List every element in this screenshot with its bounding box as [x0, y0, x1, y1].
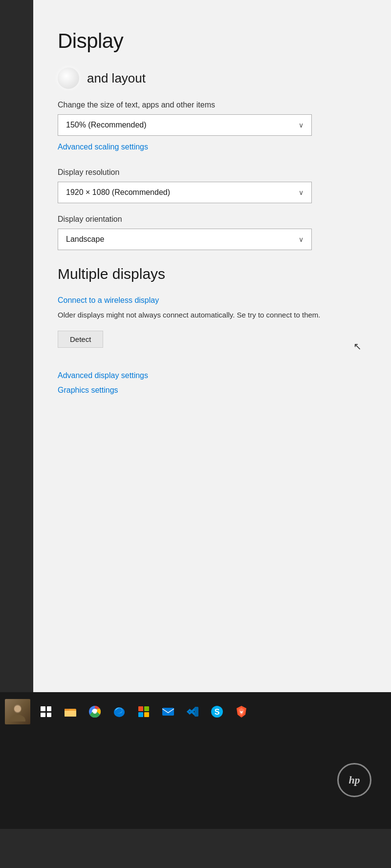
- taskbar: S: [0, 692, 391, 731]
- links-section: Advanced display settings Graphics setti…: [58, 371, 367, 395]
- multiple-displays-description: Older displays might not always connect …: [58, 310, 331, 321]
- advanced-scaling-link[interactable]: Advanced scaling settings: [58, 143, 148, 151]
- edge-browser-button[interactable]: [109, 701, 130, 722]
- section-indicator: [58, 67, 79, 89]
- orientation-dropdown-value: Landscape: [66, 235, 104, 244]
- avatar-image: [5, 699, 30, 724]
- user-avatar[interactable]: [5, 699, 30, 724]
- page-title: Display: [58, 29, 367, 53]
- orientation-dropdown[interactable]: Landscape ∨: [58, 229, 312, 250]
- vscode-button[interactable]: [182, 701, 203, 722]
- resolution-dropdown[interactable]: 1920 × 1080 (Recommended) ∨: [58, 182, 312, 203]
- resolution-label: Display resolution: [58, 168, 367, 177]
- svg-point-2: [14, 705, 21, 712]
- svg-rect-12: [138, 712, 143, 717]
- orientation-label: Display orientation: [58, 215, 367, 224]
- svg-point-1: [10, 715, 25, 721]
- file-explorer-button[interactable]: [60, 701, 81, 722]
- brave-browser-button[interactable]: [231, 701, 252, 722]
- scale-section-header: and layout: [58, 67, 367, 89]
- content-area: Display and layout Change the size of te…: [0, 0, 391, 692]
- svg-rect-11: [144, 706, 149, 711]
- orientation-chevron-icon: ∨: [299, 235, 304, 243]
- chrome-browser-button[interactable]: [84, 701, 106, 722]
- svg-rect-14: [162, 708, 174, 716]
- mail-button[interactable]: [157, 701, 179, 722]
- detect-button[interactable]: Detect: [58, 331, 103, 348]
- scale-chevron-icon: ∨: [299, 121, 304, 129]
- svg-rect-10: [138, 706, 143, 711]
- resolution-chevron-icon: ∨: [299, 189, 304, 196]
- advanced-display-settings-link[interactable]: Advanced display settings: [58, 371, 367, 380]
- screen: Display and layout Change the size of te…: [0, 0, 391, 868]
- section-header-text: and layout: [87, 71, 146, 86]
- hp-logo: hp: [337, 763, 371, 797]
- settings-panel: Display and layout Change the size of te…: [33, 0, 391, 692]
- scale-dropdown[interactable]: 150% (Recommended) ∨: [58, 114, 312, 136]
- resolution-dropdown-value: 1920 × 1080 (Recommended): [66, 188, 170, 197]
- speaker-strip: [0, 829, 391, 868]
- store-button[interactable]: [133, 701, 154, 722]
- scale-label: Change the size of text, apps and other …: [58, 101, 367, 109]
- cursor: ↖: [353, 340, 362, 352]
- svg-rect-13: [144, 712, 149, 717]
- svg-point-8: [93, 710, 97, 714]
- left-nav-strip: [0, 0, 33, 692]
- svg-rect-4: [65, 709, 69, 711]
- svg-rect-5: [65, 711, 76, 717]
- graphics-settings-link[interactable]: Graphics settings: [58, 386, 367, 395]
- scale-dropdown-value: 150% (Recommended): [66, 121, 147, 129]
- laptop-bezel: hp: [0, 731, 391, 829]
- skype-button[interactable]: S: [206, 701, 228, 722]
- start-menu-button[interactable]: [35, 701, 57, 722]
- svg-text:S: S: [215, 708, 220, 716]
- wireless-display-link[interactable]: Connect to a wireless display: [58, 296, 159, 305]
- multiple-displays-title: Multiple displays: [58, 266, 367, 282]
- svg-rect-15: [195, 707, 198, 717]
- svg-point-9: [114, 707, 125, 717]
- multiple-displays-section: Multiple displays Connect to a wireless …: [58, 266, 367, 361]
